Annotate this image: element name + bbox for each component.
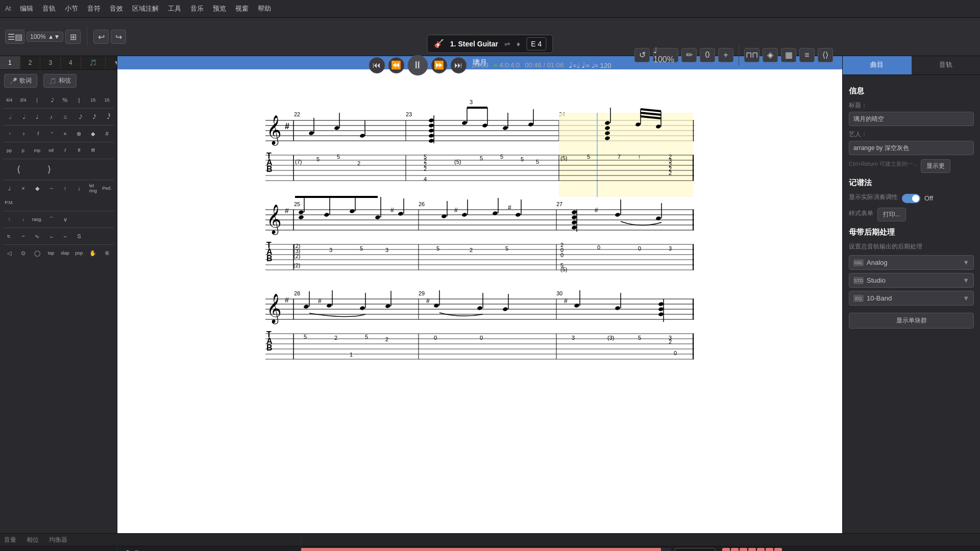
palette-item[interactable]: ⑥ bbox=[101, 247, 113, 259]
palette-item[interactable]: ff bbox=[73, 144, 85, 157]
palette-item[interactable]: ∿ bbox=[31, 230, 43, 242]
palette-item[interactable]: letring bbox=[87, 182, 99, 194]
pan-knob[interactable]: ⊙ bbox=[272, 549, 279, 551]
palette-item[interactable]: 𝅀 bbox=[31, 128, 43, 140]
palette-tab-music[interactable]: 🎵 bbox=[81, 56, 106, 69]
palette-item[interactable]: | bbox=[31, 94, 43, 106]
palette-item[interactable]: rasg. bbox=[31, 213, 43, 226]
menu-window[interactable]: 视窗 bbox=[235, 4, 249, 13]
palette-item[interactable]: ∨ bbox=[59, 213, 71, 226]
effect-analog[interactable]: ANL Analog ▼ bbox=[849, 255, 974, 270]
zoom-control[interactable]: 100% ▲▼ bbox=[27, 32, 63, 42]
undo-btn[interactable]: ↩ bbox=[93, 30, 109, 44]
palette-item[interactable]: 𝄾 bbox=[3, 128, 15, 140]
plus-btn[interactable]: + bbox=[718, 48, 733, 62]
palette-item[interactable]: ⌣ bbox=[45, 230, 57, 242]
palette-item-cresc[interactable]: ⟨ bbox=[3, 163, 34, 176]
menu-preview[interactable]: 预览 bbox=[213, 4, 226, 13]
grid-btn[interactable]: ▦ bbox=[781, 48, 796, 62]
palette-item[interactable]: 𝅘𝅥𝅱 bbox=[101, 111, 113, 123]
palette-item[interactable]: mf bbox=[45, 144, 57, 157]
palette-item[interactable]: Ped. bbox=[101, 182, 113, 194]
palette-item[interactable]: P.M. bbox=[3, 196, 15, 209]
palette-item[interactable]: ↓ bbox=[73, 182, 85, 194]
palette-item[interactable] bbox=[101, 230, 113, 242]
palette-item[interactable]: × bbox=[59, 128, 71, 140]
palette-item[interactable]: 3/4 bbox=[17, 94, 29, 106]
pencil-btn[interactable]: ✏ bbox=[681, 48, 697, 62]
palette-item[interactable]: % bbox=[59, 94, 71, 106]
mixer-btn[interactable]: ♩ 100% bbox=[653, 48, 678, 62]
title-input[interactable] bbox=[849, 112, 974, 126]
menu-effect[interactable]: 音效 bbox=[110, 4, 123, 13]
palette-tab-3[interactable]: 3 bbox=[40, 56, 61, 69]
count-btn[interactable]: 0 bbox=[700, 48, 715, 62]
palette-item[interactable] bbox=[87, 196, 99, 209]
palette-item[interactable]: 𝅗𝅥 bbox=[3, 111, 15, 123]
palette-item[interactable]: ⊗ bbox=[73, 128, 85, 140]
effect-studio[interactable]: STD Studio ▼ bbox=[849, 273, 974, 288]
palette-item[interactable]: 𝅘𝅥𝅰 bbox=[87, 111, 99, 123]
effect-eq[interactable]: EQ 10-Band ▼ bbox=[849, 291, 974, 306]
spectrum-btn[interactable]: ◈ bbox=[763, 48, 778, 62]
rewind-btn[interactable]: ⏪ bbox=[388, 57, 404, 73]
palette-item[interactable]: 15 bbox=[87, 94, 99, 106]
palette-item[interactable]: ◁ bbox=[3, 247, 15, 259]
grid-view-btn[interactable]: ⊞ bbox=[65, 30, 81, 44]
palette-item[interactable] bbox=[87, 213, 99, 226]
palette-tab-1[interactable]: 1 bbox=[0, 56, 20, 69]
palette-item[interactable]: ♫ bbox=[59, 111, 71, 123]
print-btn[interactable]: 打印... bbox=[877, 208, 906, 221]
palette-item[interactable] bbox=[73, 196, 85, 209]
artist-input[interactable] bbox=[849, 141, 974, 155]
play-pause-btn[interactable]: ⏸ bbox=[407, 55, 428, 76]
palette-item[interactable]: 4/4 bbox=[3, 94, 15, 106]
track-region-1[interactable] bbox=[301, 548, 661, 551]
palette-item[interactable]: 𝄻 bbox=[45, 128, 57, 140]
palette-item[interactable] bbox=[87, 230, 99, 242]
palette-item[interactable]: fff bbox=[87, 144, 99, 157]
palette-item[interactable]: ↑ bbox=[3, 213, 15, 226]
score-content[interactable]: 𝄞 # 22 23 24 bbox=[117, 69, 842, 533]
palette-item[interactable]: ♩ bbox=[3, 182, 15, 194]
palette-item[interactable]: # bbox=[101, 128, 113, 140]
palette-item[interactable]: ⌢ bbox=[59, 230, 71, 242]
palette-item[interactable]: 15 bbox=[101, 94, 113, 106]
palette-item[interactable]: tap bbox=[45, 247, 57, 259]
lyrics-btn[interactable]: 🎤 歌词 bbox=[4, 74, 37, 88]
menu-music[interactable]: 音乐 bbox=[190, 4, 204, 13]
palette-tab-2[interactable]: 2 bbox=[20, 56, 41, 69]
palette-item[interactable]: ↑ bbox=[59, 182, 71, 194]
go-end-btn[interactable]: ⏭ bbox=[450, 57, 467, 73]
show-block-btn[interactable]: 显示单块群 bbox=[849, 313, 974, 329]
menu-track[interactable]: 音轨 bbox=[42, 4, 56, 13]
go-start-btn[interactable]: ⏮ bbox=[369, 57, 385, 73]
menu-edit[interactable]: 编辑 bbox=[20, 4, 33, 13]
palette-tab-4[interactable]: 4 bbox=[61, 56, 81, 69]
palette-item[interactable] bbox=[101, 144, 113, 157]
palette-item[interactable]: 𝅘𝅥 bbox=[17, 111, 29, 123]
palette-item[interactable]: ↓ bbox=[17, 213, 29, 226]
palette-item[interactable]: mp bbox=[31, 144, 43, 157]
menu-note[interactable]: 音符 bbox=[87, 4, 101, 13]
palette-item[interactable] bbox=[31, 196, 43, 209]
palette-item[interactable]: ~ bbox=[17, 230, 29, 242]
palette-item[interactable]: tr. bbox=[3, 230, 15, 242]
palette-item[interactable]: f bbox=[59, 144, 71, 157]
palette-item[interactable]: 𝅘𝅥𝅯 bbox=[73, 111, 85, 123]
palette-item[interactable] bbox=[73, 213, 85, 226]
palette-item[interactable] bbox=[17, 196, 29, 209]
menu-help[interactable]: 帮助 bbox=[258, 4, 271, 13]
palette-item[interactable]: ◯ bbox=[31, 247, 43, 259]
redo-btn[interactable]: ↪ bbox=[111, 30, 126, 44]
expand-btn[interactable]: ⟨⟩ bbox=[818, 48, 833, 62]
show-more-btn[interactable]: 显示更 bbox=[921, 159, 950, 173]
palette-item[interactable] bbox=[101, 213, 113, 226]
palette-item[interactable]: ♪ bbox=[45, 111, 57, 123]
palette-item[interactable]: pop bbox=[73, 247, 85, 259]
view-toggle-btn[interactable]: ☰▤ bbox=[5, 30, 24, 44]
palette-item-decresc[interactable]: ⟩ bbox=[34, 163, 64, 176]
palette-item[interactable]: slap bbox=[59, 247, 71, 259]
palette-item[interactable]: ◆ bbox=[31, 182, 43, 194]
palette-item[interactable]: pp bbox=[3, 144, 15, 157]
